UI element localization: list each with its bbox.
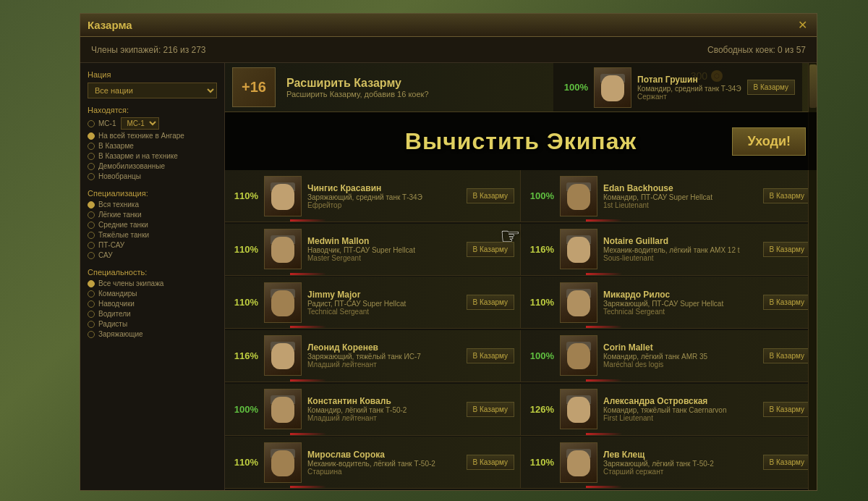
crew-pct: 110% <box>527 297 554 308</box>
to-barracks-button[interactable]: В Казарму <box>467 188 514 203</box>
rank-stripe <box>586 379 622 382</box>
crew-name: Notaire Guillard <box>603 236 757 246</box>
crew-avatar <box>560 229 597 269</box>
crew-name: Jimmy Major <box>307 290 461 300</box>
main-window: Казарма ✕ Члены экипажей: 216 из 273 Сво… <box>80 13 817 491</box>
crew-rank: 1st Lieutenant <box>603 201 757 209</box>
to-barracks-button[interactable]: В Казарму <box>763 455 811 470</box>
crew-role: Заряжающий, ПТ-САУ Super Hellcat <box>603 300 757 308</box>
crew-pct: 110% <box>231 190 258 201</box>
specialty-item-gunner[interactable]: Наводчики <box>88 300 217 308</box>
crew-item: 110% Лев Клещ Заряжающий, лёгкий танк Т-… <box>521 437 817 489</box>
crew-item: 116% Леонид Коренев Заряжающий, тяжёлый … <box>225 330 521 382</box>
rank-stripe <box>290 219 326 222</box>
spec-td-label: ПТ-САУ <box>98 241 124 249</box>
rank-stripe <box>586 273 622 275</box>
radio-barracks-tech <box>88 153 95 160</box>
potap-name: Потап Грушин <box>637 75 741 85</box>
crew-avatar <box>264 229 302 269</box>
crew-item: 110% Чингис Красавин Заряжающий, средний… <box>225 170 521 222</box>
specialty-driver-label: Водители <box>98 310 131 318</box>
to-barracks-button[interactable]: В Казарму <box>467 242 514 257</box>
radio-commander <box>88 290 95 298</box>
rank-stripe <box>586 486 622 488</box>
location-item-hangar[interactable]: На всей технике в Ангаре <box>88 132 217 140</box>
crew-info: Jimmy Major Радист, ПТ-САУ Super Hellcat… <box>307 290 461 316</box>
specialty-group: Специальность: Все члены экипажа Команди… <box>88 268 217 338</box>
specialty-item-all[interactable]: Все члены экипажа <box>88 279 217 287</box>
specialty-item-loader[interactable]: Заряжающие <box>88 330 217 338</box>
crew-name: Corin Mallet <box>603 342 757 353</box>
to-barracks-button[interactable]: В Казарму <box>763 295 811 310</box>
radio-hangar <box>88 132 95 140</box>
crew-role: Командир, тяжёлый танк Caernarvon <box>603 406 757 414</box>
spec-heavy-label: Тяжёлые танки <box>98 231 149 239</box>
specialty-gunner-label: Наводчики <box>98 300 135 308</box>
location-item-recruits[interactable]: Новобранцы <box>88 172 217 180</box>
location-item-barracks[interactable]: В Казарме <box>88 142 217 150</box>
to-barracks-button[interactable]: В Казарму <box>467 295 514 310</box>
spec-item-spg[interactable]: САУ <box>88 251 217 259</box>
to-barracks-button[interactable]: В Казарму <box>763 402 811 417</box>
nation-dropdown[interactable]: Все нации <box>88 83 217 98</box>
spec-item-light[interactable]: Лёгкие танки <box>88 211 217 219</box>
crew-role: Механик-водитель, лёгкий танк AMX 12 t <box>603 246 757 254</box>
radio-loader <box>88 331 95 338</box>
specialty-item-radio[interactable]: Радисты <box>88 320 217 328</box>
radio-spec-medium <box>88 222 95 229</box>
crew-rank: Maréchal des logis <box>603 361 757 369</box>
spec-medium-label: Средние танки <box>98 221 148 229</box>
crew-item: 110% Мирослав Сорока Механик-водитель, л… <box>225 437 521 489</box>
spec-all-label: Вся техника <box>98 201 139 209</box>
location-label: Находятся: <box>88 106 217 114</box>
crew-rank: Старший сержант <box>603 468 757 476</box>
title-bar: Казарма ✕ <box>80 14 817 37</box>
crew-info: Леонид Коренев Заряжающий, тяжёлый танк … <box>307 342 461 369</box>
crew-info: Александра Островская Командир, тяжёлый … <box>603 396 757 422</box>
potap-barracks-btn[interactable]: В Казарму <box>747 80 795 95</box>
crew-role: Заряжающий, лёгкий танк Т-50-2 <box>603 460 757 468</box>
crew-avatar <box>264 282 302 323</box>
to-barracks-button[interactable]: В Казарму <box>467 455 514 470</box>
rank-stripe <box>586 433 622 435</box>
crew-name: Александра Островская <box>603 396 757 406</box>
spec-item-td[interactable]: ПТ-САУ <box>88 241 217 249</box>
to-barracks-button[interactable]: В Казарму <box>763 242 811 257</box>
to-barracks-button[interactable]: В Казарму <box>763 188 811 203</box>
radio-spec-all <box>88 201 95 209</box>
spec-item-all[interactable]: Вся техника <box>88 201 217 209</box>
location-item-barracks-tech[interactable]: В Казарме и на технике <box>88 152 217 160</box>
spec-item-heavy[interactable]: Тяжёлые танки <box>88 231 217 239</box>
specialty-item-commander[interactable]: Командиры <box>88 290 217 298</box>
crew-avatar <box>264 389 302 429</box>
rank-stripe <box>586 326 622 328</box>
to-barracks-button[interactable]: В Казарму <box>467 348 514 363</box>
crew-role: Заряжающий, средний танк Т-34Э <box>307 193 461 201</box>
scrollbar-thumb[interactable] <box>809 64 817 108</box>
specialization-group: Специализация: Вся техника Лёгкие танки … <box>88 189 217 259</box>
close-button[interactable]: ✕ <box>795 18 809 33</box>
crew-pct: 116% <box>527 244 554 255</box>
window-title: Казарма <box>88 19 132 31</box>
radio-demob <box>88 163 95 170</box>
location-item-mc1[interactable]: МС-1 МС-1 <box>88 117 217 130</box>
to-barracks-button[interactable]: В Казарму <box>763 348 811 363</box>
specialty-item-driver[interactable]: Водители <box>88 310 217 318</box>
radio-spec-spg <box>88 252 95 259</box>
crew-item: 126% Александра Островская Командир, тяж… <box>521 384 817 436</box>
crew-pct: 100% <box>231 404 258 415</box>
crew-role: Наводчик, ПТ-САУ Super Hellcat <box>307 246 461 254</box>
potap-row: 100% Потап Грушин Командир, средний танк… <box>553 63 802 111</box>
spec-light-label: Лёгкие танки <box>98 211 142 219</box>
crew-pct: 100% <box>527 350 554 361</box>
overlay-background: Вычистить Экипаж Уходи! <box>225 112 817 170</box>
rank-stripe <box>290 379 326 382</box>
spec-item-medium[interactable]: Средние танки <box>88 221 217 229</box>
crew-rank: Младший лейтенант <box>307 414 461 422</box>
mc1-select[interactable]: МС-1 <box>121 117 159 130</box>
to-barracks-button[interactable]: В Казарму <box>467 402 514 417</box>
specialty-all-label: Все члены экипажа <box>98 279 163 287</box>
leave-button[interactable]: Уходи! <box>732 127 806 156</box>
crew-role: Командир, лёгкий танк Т-50-2 <box>307 406 461 414</box>
location-item-demob[interactable]: Демобилизованные <box>88 162 217 170</box>
